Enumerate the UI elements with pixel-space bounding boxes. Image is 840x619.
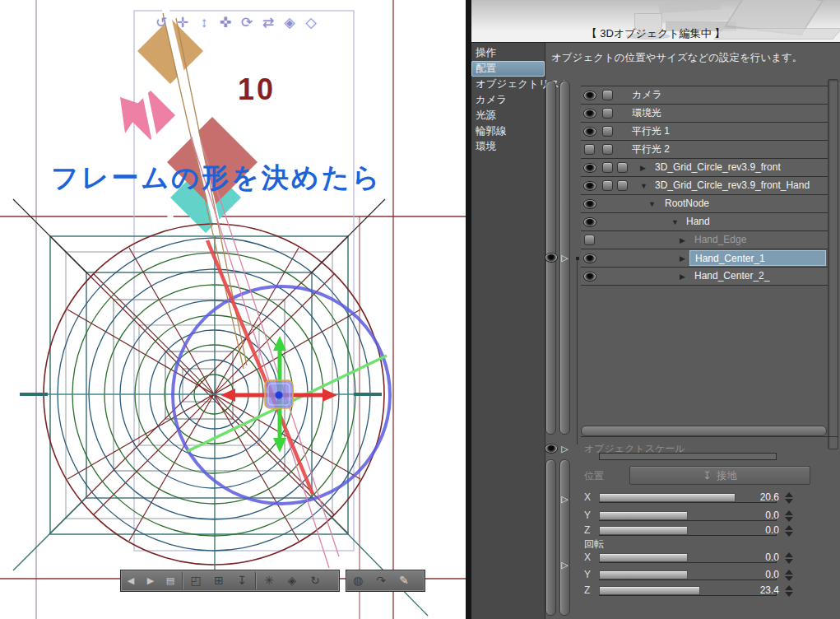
object-reset-icon[interactable]: ◇ (300, 13, 322, 33)
rotation-z-slider-row: Z 23.4 (584, 584, 831, 598)
object-move-icon[interactable]: ✜ (215, 13, 236, 33)
visibility-eye-icon[interactable] (545, 444, 557, 453)
position-x-slider-row: X 20.6 (584, 491, 831, 505)
visibility-eye-icon[interactable] (584, 200, 596, 208)
list-item-rootnode[interactable]: ▼ RootNode (581, 195, 828, 213)
import-3d-icon[interactable]: ◰ (184, 570, 207, 591)
camera-orbit-icon[interactable]: ↺ (151, 13, 172, 33)
focus-camera-icon[interactable]: ⊞ (207, 570, 230, 591)
list-item-hand-edge[interactable]: ▶ Hand_Edge (581, 231, 828, 249)
list-item-directional-light-2[interactable]: 平行光 2 (581, 141, 828, 159)
reset-rotation-icon[interactable]: ↻ (304, 570, 327, 591)
visibility-eye-icon[interactable] (584, 182, 596, 190)
list-item-camera[interactable]: カメラ (581, 86, 828, 105)
visibility-eye-icon[interactable] (584, 254, 596, 263)
expander-expanded-icon[interactable]: ▼ (671, 213, 679, 231)
document-canvas[interactable]: 10 フレームの形を決めたら ↺ ✛ ↕ ✜ ⟳ ⇄ ◈ ◇ ◀ ▶ ▤ ◰ ⊞… (0, 0, 466, 619)
visibility-checkbox[interactable] (584, 235, 595, 245)
checkbox[interactable] (602, 90, 613, 100)
menu-item-layout[interactable]: 配置 (471, 61, 545, 77)
pose-icon[interactable]: ↷ (369, 570, 392, 591)
rotation-x-spinner[interactable] (784, 552, 795, 565)
rotation-y-slider[interactable] (599, 570, 777, 580)
list-item-hand-center-2[interactable]: ▶ Hand_Center_2_ (581, 268, 828, 286)
visibility-eye-icon[interactable] (584, 128, 596, 136)
expander-collapsed-icon[interactable]: ▶ (680, 249, 685, 268)
settings-menu: 操作 配置 オブジェクトリスト カメラ 光源 輪郭線 環境 (471, 43, 545, 619)
3d-settings-panel: 【 3Dオブジェクト編集中 】 操作 配置 オブジェクトリスト カメラ 光源 輪… (471, 0, 840, 619)
preview-cube-icon[interactable]: ◈ (281, 570, 304, 591)
visibility-eye-icon[interactable] (584, 218, 596, 226)
menu-item-operation[interactable]: 操作 (471, 45, 545, 61)
rotation-x-slider[interactable] (599, 552, 777, 563)
object-launcher-toolbar: ◀ ▶ ▤ ◰ ⊞ ↧ ✳ ◈ ↻ (120, 570, 340, 592)
position-label: 位置 (584, 469, 604, 483)
light-settings-icon[interactable]: ✳ (258, 570, 281, 591)
menu-item-outline[interactable]: 輪郭線 (471, 123, 545, 139)
list-item-hand-center-1[interactable]: ▶ Hand_Center_1 (581, 249, 828, 268)
list-item-ambient-light[interactable]: 環境光 (581, 105, 828, 123)
toolbar-divider (182, 572, 183, 589)
position-y-slider[interactable] (599, 510, 777, 521)
camera-pan-icon[interactable]: ✛ (172, 13, 193, 33)
menu-item-camera[interactable]: カメラ (471, 92, 545, 108)
expand-arrow-icon[interactable]: ▷ (559, 492, 570, 505)
position-z-slider[interactable] (599, 525, 777, 536)
object-list-icon[interactable]: ▤ (160, 570, 180, 591)
expander-expanded-icon[interactable]: ▼ (640, 177, 647, 195)
object-rotate-plane-icon[interactable]: ◈ (279, 13, 300, 33)
expand-arrow-icon[interactable]: ▷ (559, 442, 570, 455)
checkbox[interactable] (602, 108, 613, 119)
rotation-z-spinner[interactable] (784, 584, 795, 598)
tree-horizontal-scrollbar[interactable] (581, 426, 827, 436)
object-rotate-y-icon[interactable]: ⇄ (258, 13, 279, 33)
object-rotate-icon[interactable]: ⟳ (236, 13, 258, 33)
expander-collapsed-icon[interactable]: ▶ (640, 159, 646, 177)
expand-arrow-icon[interactable]: ▷ (559, 251, 570, 264)
checkbox[interactable] (602, 126, 613, 137)
menu-item-light-source[interactable]: 光源 (471, 108, 545, 123)
prev-icon[interactable]: ◀ (121, 570, 141, 591)
menu-item-environment[interactable]: 環境 (471, 139, 545, 155)
rotation-y-spinner[interactable] (784, 569, 795, 582)
tree-vertical-scrollbar[interactable] (828, 79, 838, 449)
canvas-caption: フレームの形を決めたら (51, 160, 380, 197)
gutter-track[interactable] (559, 459, 570, 616)
visibility-all-eye-icon[interactable] (545, 254, 557, 262)
expander-collapsed-icon[interactable]: ▶ (680, 231, 685, 249)
expand-arrow-icon[interactable]: ▷ (559, 558, 570, 571)
position-x-slider[interactable] (599, 492, 777, 503)
checkbox[interactable] (602, 162, 613, 173)
checkbox[interactable] (617, 180, 628, 191)
material-sphere-icon[interactable]: ◍ (346, 570, 369, 591)
ground-object-icon[interactable]: ↧ (230, 570, 253, 591)
checkbox[interactable] (617, 162, 628, 173)
position-x-spinner[interactable] (784, 491, 795, 505)
list-item-directional-light-1[interactable]: 平行光 1 (581, 123, 828, 141)
position-z-spinner[interactable] (784, 524, 795, 538)
list-item-hand[interactable]: ▼ Hand (581, 213, 828, 231)
visibility-eye-icon[interactable] (584, 109, 596, 118)
gutter-track[interactable] (545, 459, 556, 616)
guide-lines (0, 0, 466, 619)
camera-dolly-icon[interactable]: ↕ (193, 13, 215, 33)
checkbox[interactable] (602, 180, 613, 191)
visibility-checkbox[interactable] (584, 144, 595, 155)
position-y-spinner[interactable] (784, 510, 795, 523)
position-z-slider-row: Z 0.0 (584, 524, 831, 538)
list-item-grid-front-hand[interactable]: ▼ 3D_Grid_Circle_rev3.9_front_Hand (581, 177, 828, 195)
list-item-grid-front[interactable]: ▶ 3D_Grid_Circle_rev3.9_front (581, 159, 828, 177)
object-scale-slider[interactable] (599, 453, 777, 460)
edit-pen-icon[interactable]: ✎ (392, 570, 415, 591)
expander-collapsed-icon[interactable]: ▶ (680, 268, 685, 286)
tree-bottom-border (581, 436, 838, 437)
checkbox[interactable] (602, 144, 613, 155)
expander-expanded-icon[interactable]: ▼ (648, 195, 656, 213)
visibility-eye-icon[interactable] (584, 272, 596, 281)
ground-button[interactable]: ↧接地 (629, 466, 810, 485)
visibility-eye-icon[interactable] (584, 91, 596, 100)
menu-item-object-list[interactable]: オブジェクトリスト (471, 77, 545, 92)
rotation-z-slider[interactable] (599, 585, 777, 596)
visibility-eye-icon[interactable] (584, 164, 596, 172)
next-icon[interactable]: ▶ (141, 570, 160, 591)
